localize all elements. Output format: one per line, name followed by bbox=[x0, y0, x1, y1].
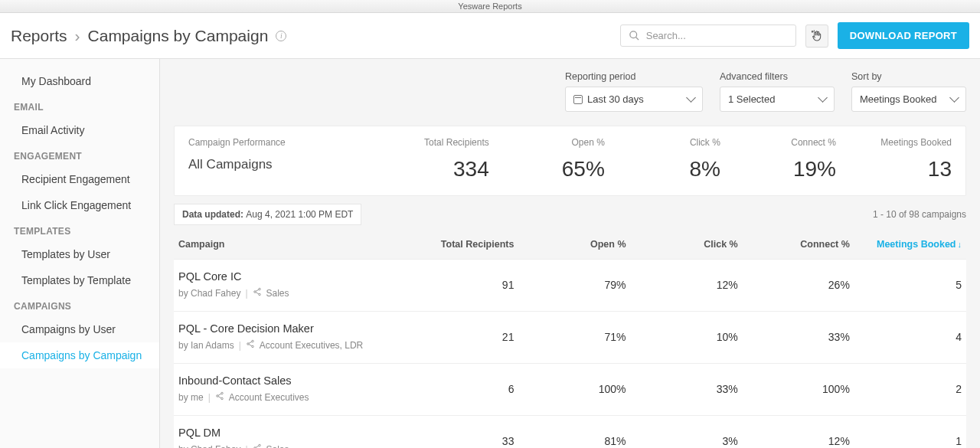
sidebar-item-email-activity[interactable]: Email Activity bbox=[0, 117, 159, 143]
sidebar-item-recipient-engagement[interactable]: Recipient Engagement bbox=[0, 166, 159, 192]
summary-click-label: Click % bbox=[605, 137, 720, 148]
table-row[interactable]: PQL Core ICby Chad Fahey|Sales9179%12%26… bbox=[174, 260, 966, 312]
summary-open-value: 65% bbox=[489, 157, 605, 181]
summary-connect-label: Connect % bbox=[720, 137, 836, 148]
summary-meetings-value: 13 bbox=[836, 157, 952, 181]
summary-open-label: Open % bbox=[489, 137, 605, 148]
campaign-author: by me bbox=[178, 392, 204, 403]
svg-point-0 bbox=[630, 31, 637, 38]
chevron-right-icon: › bbox=[75, 27, 80, 45]
sidebar-item-campaigns-by-user[interactable]: Campaigns by User bbox=[0, 316, 159, 342]
cell-recipients: 21 bbox=[402, 331, 514, 343]
sidebar-section-engagement: ENGAGEMENT bbox=[0, 143, 159, 166]
sidebar-item-my-dashboard[interactable]: My Dashboard bbox=[0, 68, 159, 94]
column-open[interactable]: Open % bbox=[514, 239, 626, 250]
wave-button[interactable] bbox=[805, 25, 828, 47]
svg-line-20 bbox=[256, 446, 259, 447]
cell-click: 33% bbox=[626, 383, 738, 395]
summary-title-value: All Campaigns bbox=[188, 157, 374, 172]
svg-point-9 bbox=[252, 345, 254, 348]
dropdown-sort-by[interactable]: Meetings Booked bbox=[851, 87, 966, 112]
breadcrumb: Reports › Campaigns by Campaign i bbox=[11, 27, 286, 45]
data-updated-chip: Data updated: Aug 4, 2021 1:00 PM EDT bbox=[174, 204, 361, 225]
chevron-down-icon bbox=[818, 93, 828, 103]
column-meetings-booked[interactable]: Meetings Booked↓ bbox=[850, 239, 962, 250]
breadcrumb-root[interactable]: Reports bbox=[11, 27, 67, 45]
dropdown-advanced-filters[interactable]: 1 Selected bbox=[720, 87, 835, 112]
column-recipients[interactable]: Total Recipients bbox=[402, 239, 514, 250]
cell-recipients: 91 bbox=[402, 279, 514, 291]
page-title: Campaigns by Campaign bbox=[88, 27, 269, 45]
cell-meetings: 1 bbox=[850, 435, 962, 447]
cell-click: 3% bbox=[626, 435, 738, 447]
campaign-author: by Ian Adams bbox=[178, 340, 234, 351]
filter-label-advanced: Advanced filters bbox=[720, 71, 835, 82]
info-icon[interactable]: i bbox=[276, 31, 286, 41]
cell-open: 100% bbox=[514, 383, 626, 395]
svg-point-13 bbox=[217, 395, 219, 397]
svg-point-7 bbox=[252, 340, 254, 342]
sidebar-item-templates-by-template[interactable]: Templates by Template bbox=[0, 267, 159, 293]
share-icon bbox=[246, 339, 255, 351]
sidebar-item-templates-by-user[interactable]: Templates by User bbox=[0, 241, 159, 267]
cell-click: 10% bbox=[626, 331, 738, 343]
campaign-meta: by Chad Fahey|Sales bbox=[178, 443, 402, 448]
table-row[interactable]: PQL - Core Decision Makerby Ian Adams|Ac… bbox=[174, 312, 966, 364]
download-report-button[interactable]: DOWNLOAD REPORT bbox=[838, 22, 969, 49]
sidebar-section-email: EMAIL bbox=[0, 94, 159, 117]
search-input[interactable] bbox=[646, 30, 788, 41]
campaign-meta: by Chad Fahey|Sales bbox=[178, 287, 402, 299]
cell-connect: 100% bbox=[738, 383, 850, 395]
svg-point-8 bbox=[247, 343, 250, 345]
table-row[interactable]: Inbound-Contact Salesby me|Account Execu… bbox=[174, 364, 966, 416]
sidebar-item-campaigns-by-campaign[interactable]: Campaigns by Campaign bbox=[0, 342, 159, 368]
chevron-down-icon bbox=[686, 93, 696, 103]
sidebar: My Dashboard EMAIL Email Activity ENGAGE… bbox=[0, 59, 160, 448]
svg-point-17 bbox=[258, 444, 260, 446]
cell-open: 71% bbox=[514, 331, 626, 343]
filter-label-period: Reporting period bbox=[565, 71, 703, 82]
cell-meetings: 4 bbox=[850, 331, 962, 343]
cell-meetings: 5 bbox=[850, 279, 962, 291]
cell-click: 12% bbox=[626, 279, 738, 291]
svg-line-10 bbox=[249, 342, 252, 343]
summary-card: Campaign Performance All Campaigns Total… bbox=[174, 126, 966, 196]
summary-connect-value: 19% bbox=[720, 157, 836, 181]
sidebar-section-templates: TEMPLATES bbox=[0, 218, 159, 241]
campaign-team: Sales bbox=[266, 288, 289, 299]
dropdown-reporting-period[interactable]: Last 30 days bbox=[565, 87, 703, 112]
cell-connect: 26% bbox=[738, 279, 850, 291]
campaign-table: Campaign Total Recipients Open % Click %… bbox=[174, 230, 966, 448]
pagination-range: 1 - 10 of 98 campaigns bbox=[873, 209, 966, 220]
campaign-team: Sales bbox=[266, 444, 289, 449]
cell-connect: 12% bbox=[738, 435, 850, 447]
svg-point-2 bbox=[258, 288, 260, 290]
table-row[interactable]: PQL DMby Chad Fahey|Sales3381%3%12%1 bbox=[174, 416, 966, 448]
summary-meetings-label: Meetings Booked bbox=[836, 137, 952, 148]
campaign-author: by Chad Fahey bbox=[178, 288, 240, 299]
cell-connect: 33% bbox=[738, 331, 850, 343]
cell-recipients: 6 bbox=[402, 383, 514, 395]
search-icon bbox=[629, 30, 640, 41]
sidebar-section-campaigns: CAMPAIGNS bbox=[0, 293, 159, 316]
svg-line-15 bbox=[218, 394, 221, 395]
main-content: Reporting period Last 30 days Advanced f… bbox=[160, 59, 980, 448]
cell-open: 79% bbox=[514, 279, 626, 291]
filter-label-sort: Sort by bbox=[851, 71, 966, 82]
window-titlebar: Yesware Reports bbox=[0, 0, 980, 13]
search-input-wrap[interactable] bbox=[620, 25, 796, 47]
campaign-name: PQL DM bbox=[178, 427, 402, 439]
cell-meetings: 2 bbox=[850, 383, 962, 395]
summary-recipients-value: 334 bbox=[374, 157, 489, 181]
campaign-meta: by me|Account Executives bbox=[178, 391, 402, 403]
column-campaign[interactable]: Campaign bbox=[178, 239, 402, 250]
svg-point-4 bbox=[258, 293, 260, 296]
wave-icon bbox=[811, 30, 823, 42]
campaign-name: PQL Core IC bbox=[178, 270, 402, 283]
svg-point-3 bbox=[253, 291, 256, 293]
chevron-down-icon bbox=[949, 93, 959, 103]
sidebar-item-link-click-engagement[interactable]: Link Click Engagement bbox=[0, 192, 159, 218]
campaign-name: Inbound-Contact Sales bbox=[178, 374, 402, 387]
column-click[interactable]: Click % bbox=[626, 239, 738, 250]
column-connect[interactable]: Connect % bbox=[738, 239, 850, 250]
